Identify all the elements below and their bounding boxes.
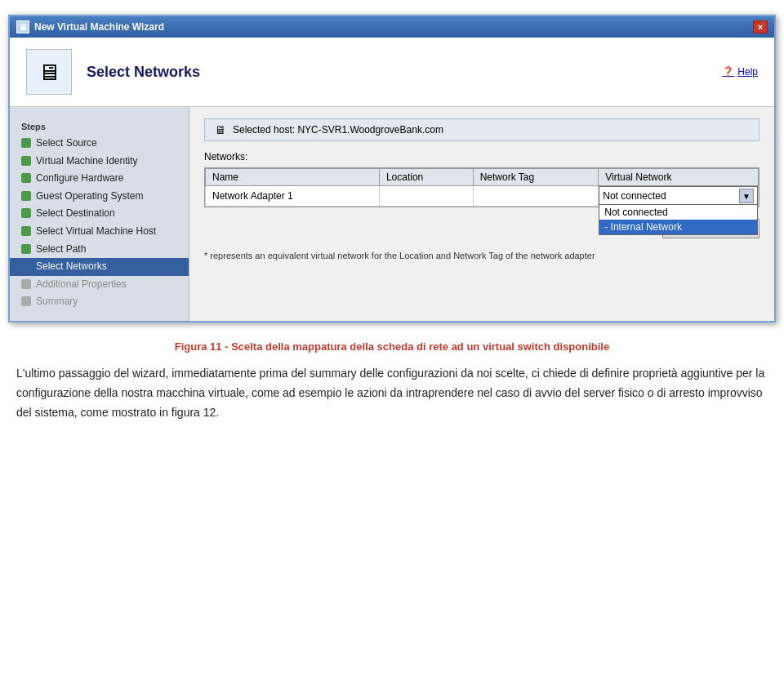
virtual-network-dropdown[interactable]: Not connected ▼ Not connected - Internal… bbox=[599, 186, 758, 206]
sidebar-bullet-configure-hardware bbox=[21, 173, 31, 183]
server-icon: 🖥 bbox=[215, 123, 226, 136]
wizard-body: Steps Select Source Virtual Machine Iden… bbox=[10, 107, 774, 321]
body-text: L'ultimo passaggio del wizard, immediata… bbox=[16, 364, 768, 422]
sidebar-item-guest-os[interactable]: Guest Operating System bbox=[10, 188, 189, 206]
sidebar-bullet-additional-properties bbox=[21, 279, 31, 289]
sidebar-bullet-select-vm-host bbox=[21, 226, 31, 236]
row-virtual-network[interactable]: Not connected ▼ Not connected - Internal… bbox=[599, 186, 759, 207]
sidebar-item-select-destination[interactable]: Select Destination bbox=[10, 205, 189, 223]
dropdown-selected[interactable]: Not connected ▼ bbox=[599, 186, 758, 206]
sidebar-item-additional-properties[interactable]: Additional Properties bbox=[10, 276, 189, 294]
help-label: Help bbox=[737, 66, 758, 78]
sidebar-item-select-networks[interactable]: Select Networks bbox=[10, 258, 189, 276]
sidebar-section-title: Steps bbox=[10, 117, 189, 135]
wizard-header: 🖥 Select Networks ❓ Help bbox=[10, 38, 774, 107]
col-header-name: Name bbox=[206, 169, 380, 186]
sidebar-label-additional-properties: Additional Properties bbox=[36, 278, 127, 291]
col-header-location: Location bbox=[379, 169, 473, 186]
host-bar-text: Selected host: NYC-SVR1.WoodgroveBank.co… bbox=[233, 124, 443, 136]
table-row: Network Adapter 1 Not connected ▼ bbox=[206, 186, 759, 207]
help-icon: ❓ bbox=[722, 66, 734, 78]
sidebar-item-select-path[interactable]: Select Path bbox=[10, 241, 189, 259]
sidebar-label-select-destination: Select Destination bbox=[36, 207, 115, 220]
networks-label: Networks: bbox=[204, 151, 760, 162]
sidebar-item-configure-hardware[interactable]: Configure Hardware bbox=[10, 170, 189, 188]
caption-area: Figura 11 - Scelta della mappatura della… bbox=[8, 340, 776, 422]
dropdown-option-internal-network[interactable]: - Internal Network bbox=[599, 220, 757, 234]
sidebar-label-select-vm-host: Select Virtual Machine Host bbox=[36, 225, 156, 238]
wizard-header-icon: 🖥 bbox=[26, 49, 72, 95]
dropdown-value: Not connected bbox=[603, 190, 666, 202]
sidebar-label-vm-identity: Virtual Machine Identity bbox=[36, 155, 138, 168]
sidebar-label-select-source: Select Source bbox=[36, 137, 97, 150]
networks-table: Name Location Network Tag Virtual Networ… bbox=[205, 168, 759, 207]
row-name: Network Adapter 1 bbox=[206, 186, 380, 207]
page-title: Select Networks bbox=[87, 64, 200, 81]
sidebar-bullet-vm-identity bbox=[21, 156, 31, 166]
title-bar: 🖥 New Virtual Machine Wizard × bbox=[10, 16, 774, 38]
sidebar-bullet-select-source bbox=[21, 138, 31, 148]
window-icon: 🖥 bbox=[16, 20, 29, 33]
networks-table-wrapper: Name Location Network Tag Virtual Networ… bbox=[204, 167, 760, 207]
col-header-network-tag: Network Tag bbox=[473, 169, 599, 186]
sidebar: Steps Select Source Virtual Machine Iden… bbox=[10, 107, 189, 321]
sidebar-bullet-select-path bbox=[21, 244, 31, 254]
help-link[interactable]: ❓ Help bbox=[722, 66, 758, 78]
sidebar-bullet-select-networks bbox=[21, 261, 31, 271]
host-bar: 🖥 Selected host: NYC-SVR1.WoodgroveBank.… bbox=[204, 118, 760, 141]
close-button[interactable]: × bbox=[753, 20, 768, 33]
sidebar-bullet-guest-os bbox=[21, 191, 31, 201]
sidebar-label-guest-os: Guest Operating System bbox=[36, 190, 143, 203]
figure-caption: Figura 11 - Scelta della mappatura della… bbox=[16, 340, 768, 353]
sidebar-label-select-networks: Select Networks bbox=[36, 260, 107, 274]
sidebar-item-select-vm-host[interactable]: Select Virtual Machine Host bbox=[10, 223, 189, 241]
window-title: New Virtual Machine Wizard bbox=[34, 21, 164, 33]
sidebar-bullet-summary bbox=[21, 296, 31, 306]
dropdown-popup[interactable]: Not connected - Internal Network bbox=[599, 204, 758, 235]
dropdown-option-not-connected[interactable]: Not connected bbox=[599, 205, 757, 220]
sidebar-bullet-select-destination bbox=[21, 208, 31, 218]
row-network-tag bbox=[473, 186, 599, 207]
main-content: 🖥 Selected host: NYC-SVR1.WoodgroveBank.… bbox=[189, 107, 774, 321]
sidebar-label-summary: Summary bbox=[36, 296, 78, 309]
dropdown-arrow-icon[interactable]: ▼ bbox=[739, 189, 754, 203]
wizard-window: 🖥 New Virtual Machine Wizard × 🖥 Select … bbox=[8, 15, 776, 322]
sidebar-item-vm-identity[interactable]: Virtual Machine Identity bbox=[10, 153, 189, 171]
title-bar-left: 🖥 New Virtual Machine Wizard bbox=[16, 20, 164, 33]
col-header-virtual-network: Virtual Network bbox=[599, 169, 759, 186]
sidebar-item-select-source[interactable]: Select Source bbox=[10, 135, 189, 153]
sidebar-label-select-path: Select Path bbox=[36, 243, 86, 256]
sidebar-label-configure-hardware: Configure Hardware bbox=[36, 172, 123, 185]
row-location bbox=[379, 186, 473, 207]
sidebar-item-summary[interactable]: Summary bbox=[10, 293, 189, 311]
footnote: * represents an equivalent virtual netwo… bbox=[204, 250, 760, 262]
